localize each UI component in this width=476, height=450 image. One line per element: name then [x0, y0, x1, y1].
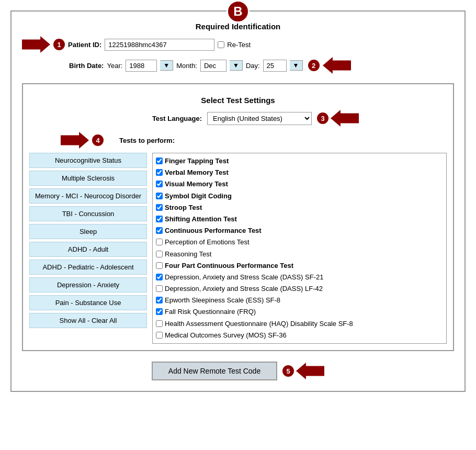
- month-input[interactable]: [200, 60, 226, 72]
- category-panel: Neurocognitive Status Multiple Sclerosis…: [29, 153, 147, 344]
- test-label-4: Stroop Test: [165, 203, 202, 212]
- required-id-title: Required Identification: [22, 22, 454, 31]
- test-checkbox-6[interactable]: [156, 227, 163, 234]
- category-btn-depression[interactable]: Depression - Anxiety: [29, 277, 147, 292]
- year-label: Year:: [107, 62, 122, 70]
- category-btn-sleep[interactable]: Sleep: [29, 224, 147, 239]
- required-id-section: Required Identification 1 Patient ID: Re…: [22, 22, 454, 74]
- test-list-item: Symbol Digit Coding: [156, 190, 443, 202]
- patient-id-row: 1 Patient ID: Re-Test: [22, 36, 454, 53]
- test-checkbox-14[interactable]: [156, 320, 163, 327]
- test-list-item: Perception of Emotions Test: [156, 237, 443, 248]
- test-checkbox-5[interactable]: [156, 216, 163, 222]
- test-list-item: Epworth Sleepiness Scale (ESS) SF-8: [156, 295, 443, 306]
- test-list-item: Fall Risk Questionnaire (FRQ): [156, 306, 443, 318]
- test-list-item: Health Assessment Questionnaire (HAQ) Di…: [156, 318, 443, 330]
- test-label-9: Four Part Continuous Performance Test: [165, 261, 293, 271]
- test-settings-title: Select Test Settings: [29, 96, 447, 105]
- category-btn-tbi[interactable]: TBI - Concussion: [29, 206, 147, 221]
- test-list-item: Continuous Performance Test: [156, 225, 443, 237]
- test-list-item: Shifting Attention Test: [156, 213, 443, 225]
- test-label-13: Fall Risk Questionnaire (FRQ): [165, 307, 256, 317]
- arrow-1: [22, 36, 50, 53]
- retest-checkbox-wrap: Re-Test: [218, 41, 251, 49]
- b-logo: B: [226, 0, 250, 23]
- year-input[interactable]: [126, 60, 157, 72]
- test-checkbox-13[interactable]: [156, 308, 163, 315]
- test-label-14: Health Assessment Questionnaire (HAQ) Di…: [165, 319, 353, 329]
- test-label-11: Depression, Anxiety and Stress Scale (DA…: [165, 284, 323, 294]
- test-label-2: Visual Memory Test: [165, 179, 228, 189]
- birthdate-row: Birth Date: Year: ▼ Month: ▼ Day: ▼ 2: [69, 57, 454, 74]
- tests-to-perform-label: Tests to perform:: [112, 137, 175, 144]
- add-test-btn[interactable]: Add New Remote Test Code: [152, 362, 277, 380]
- test-checkbox-10[interactable]: [156, 274, 163, 280]
- test-list-item: Finger Tapping Test: [156, 155, 443, 167]
- main-container: B Required Identification 1 Patient ID: …: [10, 10, 466, 392]
- language-label: Test Language:: [139, 115, 202, 122]
- tests-label-row: 4 Tests to perform:: [29, 132, 447, 149]
- test-list-item: Depression, Anxiety and Stress Scale (DA…: [156, 272, 443, 283]
- test-checkbox-12[interactable]: [156, 297, 163, 303]
- birthdate-label: Birth Date:: [69, 62, 104, 70]
- test-list-item: Visual Memory Test: [156, 178, 443, 190]
- test-checkbox-2[interactable]: [156, 181, 163, 187]
- test-list-item: Depression, Anxiety and Stress Scale (DA…: [156, 283, 443, 295]
- test-checkbox-1[interactable]: [156, 169, 163, 176]
- test-label-3: Symbol Digit Coding: [165, 192, 232, 201]
- test-checkbox-15[interactable]: [156, 332, 163, 339]
- arrow-5: [296, 363, 324, 379]
- test-checkbox-4[interactable]: [156, 204, 163, 211]
- bottom-section: Add New Remote Test Code 5: [22, 362, 454, 380]
- test-list-panel[interactable]: Finger Tapping TestVerbal Memory TestVis…: [152, 153, 447, 344]
- category-btn-pain[interactable]: Pain - Substance Use: [29, 295, 147, 310]
- test-label-7: Perception of Emotions Test: [165, 238, 250, 247]
- test-checkbox-11[interactable]: [156, 285, 163, 292]
- category-btn-adhd-ped[interactable]: ADHD - Pediatric - Adolescent: [29, 260, 147, 275]
- test-checkbox-8[interactable]: [156, 251, 163, 257]
- day-dropdown-btn[interactable]: ▼: [290, 60, 303, 71]
- test-settings-section: Select Test Settings Test Language: Engl…: [22, 83, 454, 351]
- test-label-5: Shifting Attention Test: [165, 215, 237, 224]
- category-btn-adhd-adult[interactable]: ADHD - Adult: [29, 242, 147, 257]
- arrow-3: [331, 110, 359, 127]
- day-label: Day:: [246, 62, 260, 70]
- test-list-item: Medical Outcomes Survey (MOS) SF-36: [156, 330, 443, 341]
- test-label-0: Finger Tapping Test: [165, 156, 229, 166]
- test-label-8: Reasoning Test: [165, 250, 211, 259]
- test-list-item: Four Part Continuous Performance Test: [156, 260, 443, 272]
- test-label-15: Medical Outcomes Survey (MOS) SF-36: [165, 331, 287, 340]
- patient-id-label: Patient ID:: [68, 41, 101, 49]
- test-list-item: Reasoning Test: [156, 249, 443, 260]
- retest-label: Re-Test: [227, 41, 251, 49]
- test-label-10: Depression, Anxiety and Stress Scale (DA…: [165, 273, 323, 282]
- test-checkbox-0[interactable]: [156, 158, 163, 164]
- category-btn-showall[interactable]: Show All - Clear All: [29, 313, 147, 328]
- test-label-12: Epworth Sleepiness Scale (ESS) SF-8: [165, 296, 280, 305]
- year-dropdown-btn[interactable]: ▼: [160, 60, 173, 71]
- month-dropdown-btn[interactable]: ▼: [230, 60, 243, 71]
- category-btn-neurocognitive[interactable]: Neurocognitive Status: [29, 153, 147, 168]
- retest-checkbox[interactable]: [218, 41, 224, 48]
- test-list-item: Verbal Memory Test: [156, 167, 443, 178]
- arrow-2: [323, 57, 351, 74]
- day-input[interactable]: [263, 60, 287, 72]
- month-label: Month:: [176, 62, 197, 70]
- patient-id-input[interactable]: [105, 39, 214, 51]
- test-settings-inner: Neurocognitive Status Multiple Sclerosis…: [29, 153, 447, 344]
- category-btn-memory[interactable]: Memory - MCI - Neurocog Disorder: [29, 188, 147, 204]
- arrow-4: [61, 132, 89, 149]
- test-checkbox-7[interactable]: [156, 239, 163, 245]
- test-label-6: Continuous Performance Test: [165, 226, 262, 235]
- test-label-1: Verbal Memory Test: [165, 168, 229, 177]
- language-row: Test Language: English (United States) S…: [29, 110, 447, 127]
- test-list-item: Stroop Test: [156, 202, 443, 213]
- test-checkbox-3[interactable]: [156, 193, 163, 199]
- language-select[interactable]: English (United States) Spanish French: [207, 112, 312, 125]
- test-checkbox-9[interactable]: [156, 262, 163, 269]
- category-btn-ms[interactable]: Multiple Sclerosis: [29, 171, 147, 186]
